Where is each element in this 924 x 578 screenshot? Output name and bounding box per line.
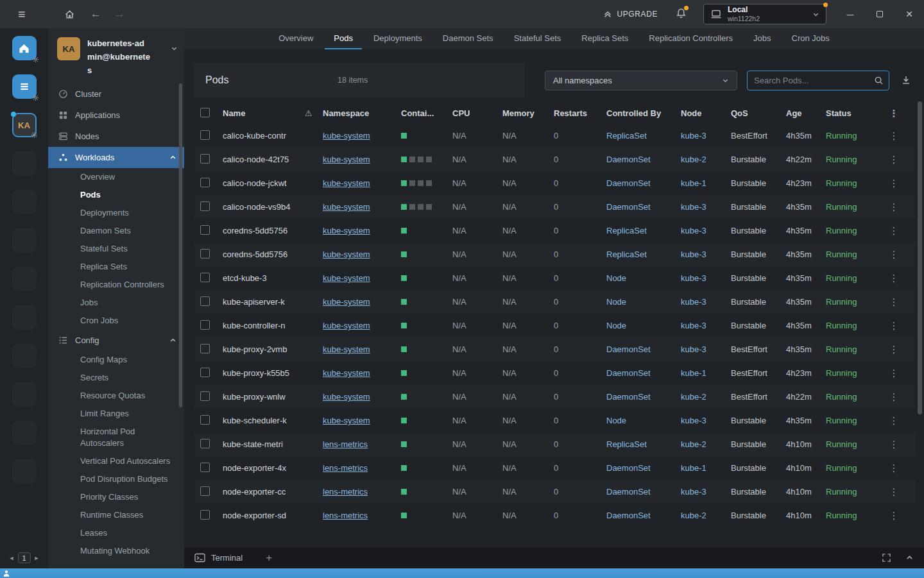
node-link[interactable]: kube-3 <box>681 131 706 140</box>
row-menu-icon[interactable]: ⋮ <box>881 439 907 450</box>
controlled-by-link[interactable]: Node <box>606 273 626 283</box>
sidebar-item-mutating-webhook[interactable]: Mutating Webhook <box>48 542 184 560</box>
sidebar-item-stateful-sets[interactable]: Stateful Sets <box>48 240 184 258</box>
sidebar-item-applications[interactable]: Applications <box>48 105 184 126</box>
column-age[interactable]: Age <box>786 108 826 118</box>
columns-menu-icon[interactable]: ⋮ <box>881 108 907 119</box>
namespace-link[interactable]: kube-system <box>323 297 370 307</box>
namespace-link[interactable]: lens-metrics <box>323 487 368 497</box>
table-row[interactable]: kube-proxy-wnlw kube-system N/A N/A 0 Da… <box>194 385 915 409</box>
column-cpu[interactable]: CPU <box>452 108 502 118</box>
sidebar-item-runtime-classes[interactable]: Runtime Classes <box>48 506 184 524</box>
column-node[interactable]: Node <box>681 108 731 118</box>
menu-icon[interactable]: ≡ <box>18 8 26 21</box>
tab-cron-jobs[interactable]: Cron Jobs <box>783 28 839 49</box>
table-row[interactable]: kube-proxy-k55b5 kube-system N/A N/A 0 D… <box>194 361 915 385</box>
controlled-by-link[interactable]: DaemonSet <box>606 368 651 378</box>
user-icon[interactable] <box>3 570 10 577</box>
hotbar-item-catalog[interactable] <box>12 74 37 99</box>
column-status[interactable]: Status <box>826 108 881 118</box>
table-scrollbar[interactable] <box>918 101 922 414</box>
row-menu-icon[interactable]: ⋮ <box>881 486 907 498</box>
row-checkbox[interactable] <box>200 178 210 187</box>
node-link[interactable]: kube-2 <box>681 439 706 449</box>
namespace-link[interactable]: kube-system <box>323 202 370 212</box>
gear-icon[interactable] <box>31 132 38 139</box>
controlled-by-link[interactable]: ReplicaSet <box>606 439 647 449</box>
row-menu-icon[interactable]: ⋮ <box>881 273 907 284</box>
row-checkbox[interactable] <box>200 510 210 520</box>
controlled-by-link[interactable]: DaemonSet <box>606 344 651 354</box>
node-link[interactable]: kube-3 <box>681 297 706 307</box>
terminal-tab-label[interactable]: Terminal <box>211 553 243 563</box>
sidebar-item-secrets[interactable]: Secrets <box>48 369 184 387</box>
row-menu-icon[interactable]: ⋮ <box>881 225 907 237</box>
controlled-by-link[interactable]: DaemonSet <box>606 487 651 497</box>
namespace-link[interactable]: kube-system <box>323 392 370 402</box>
node-link[interactable]: kube-1 <box>681 368 706 378</box>
node-link[interactable]: kube-1 <box>681 463 706 473</box>
controlled-by-link[interactable]: DaemonSet <box>606 178 651 188</box>
controlled-by-link[interactable]: DaemonSet <box>606 511 651 520</box>
namespace-link[interactable]: lens-metrics <box>323 463 368 473</box>
namespace-link[interactable]: kube-system <box>323 131 370 140</box>
table-row[interactable]: calico-node-jckwt kube-system N/A N/A 0 … <box>194 171 915 195</box>
sidebar-item-pods[interactable]: Pods <box>48 186 184 204</box>
column-restarts[interactable]: Restarts <box>554 108 606 118</box>
tab-pods[interactable]: Pods <box>325 28 362 49</box>
tab-overview[interactable]: Overview <box>270 28 322 49</box>
namespace-link[interactable]: kube-system <box>323 273 370 283</box>
namespace-link[interactable]: kube-system <box>323 250 370 259</box>
back-icon[interactable]: ← <box>90 8 101 21</box>
namespace-link[interactable]: kube-system <box>323 368 370 378</box>
table-row[interactable]: kube-controller-n kube-system N/A N/A 0 … <box>194 314 915 337</box>
row-menu-icon[interactable]: ⋮ <box>881 296 907 308</box>
sidebar-item-config[interactable]: Config <box>48 330 184 351</box>
node-link[interactable]: kube-3 <box>681 226 706 235</box>
tab-jobs[interactable]: Jobs <box>744 28 780 49</box>
table-row[interactable]: coredns-5dd5756 kube-system N/A N/A 0 Re… <box>194 242 915 266</box>
row-menu-icon[interactable]: ⋮ <box>881 249 907 260</box>
namespace-link[interactable]: kube-system <box>323 226 370 235</box>
sidebar-item-nodes[interactable]: Nodes <box>48 126 184 147</box>
table-row[interactable]: node-exporter-cc lens-metrics N/A N/A 0 … <box>194 480 915 504</box>
row-menu-icon[interactable]: ⋮ <box>881 463 907 474</box>
node-link[interactable]: kube-2 <box>681 511 706 520</box>
row-checkbox[interactable] <box>200 130 210 140</box>
controlled-by-link[interactable]: DaemonSet <box>606 155 651 164</box>
row-checkbox[interactable] <box>200 486 210 496</box>
tab-stateful-sets[interactable]: Stateful Sets <box>505 28 570 49</box>
node-link[interactable]: kube-3 <box>681 344 706 354</box>
controlled-by-link[interactable]: Node <box>606 297 626 307</box>
node-link[interactable]: kube-3 <box>681 416 706 425</box>
controlled-by-link[interactable]: ReplicaSet <box>606 131 647 140</box>
sidebar-item-config-maps[interactable]: Config Maps <box>48 351 184 369</box>
table-row[interactable]: calico-kube-contr kube-system N/A N/A 0 … <box>194 124 915 148</box>
table-row[interactable]: kube-scheduler-k kube-system N/A N/A 0 N… <box>194 409 915 432</box>
search-icon[interactable] <box>874 76 884 85</box>
row-menu-icon[interactable]: ⋮ <box>881 154 907 166</box>
maximize-button[interactable] <box>865 0 894 28</box>
controlled-by-link[interactable]: ReplicaSet <box>606 250 647 259</box>
namespace-link[interactable]: kube-system <box>323 416 370 425</box>
row-checkbox[interactable] <box>200 154 210 164</box>
prev-page-icon[interactable]: ◄ <box>9 555 15 561</box>
sidebar-item-daemon-sets[interactable]: Daemon Sets <box>48 222 184 240</box>
namespace-link[interactable]: kube-system <box>323 178 370 188</box>
notifications-button[interactable] <box>676 8 687 21</box>
sidebar-item-cron-jobs[interactable]: Cron Jobs <box>48 312 184 330</box>
sidebar-item-overview[interactable]: Overview <box>48 168 184 186</box>
namespace-link[interactable]: kube-system <box>323 321 370 330</box>
warning-column-icon[interactable]: ⚠ <box>305 108 323 118</box>
sidebar-item-jobs[interactable]: Jobs <box>48 294 184 312</box>
table-row[interactable]: etcd-kube-3 kube-system N/A N/A 0 Node k… <box>194 266 915 290</box>
row-checkbox[interactable] <box>200 415 210 425</box>
new-terminal-icon[interactable]: + <box>266 552 272 563</box>
row-checkbox[interactable] <box>200 296 210 306</box>
row-menu-icon[interactable]: ⋮ <box>881 320 907 332</box>
upgrade-button[interactable]: UPGRADE <box>603 10 658 19</box>
sidebar-item-workloads[interactable]: Workloads <box>48 147 184 168</box>
row-menu-icon[interactable]: ⋮ <box>881 178 907 189</box>
namespace-link[interactable]: kube-system <box>323 344 370 354</box>
row-checkbox[interactable] <box>200 320 210 330</box>
